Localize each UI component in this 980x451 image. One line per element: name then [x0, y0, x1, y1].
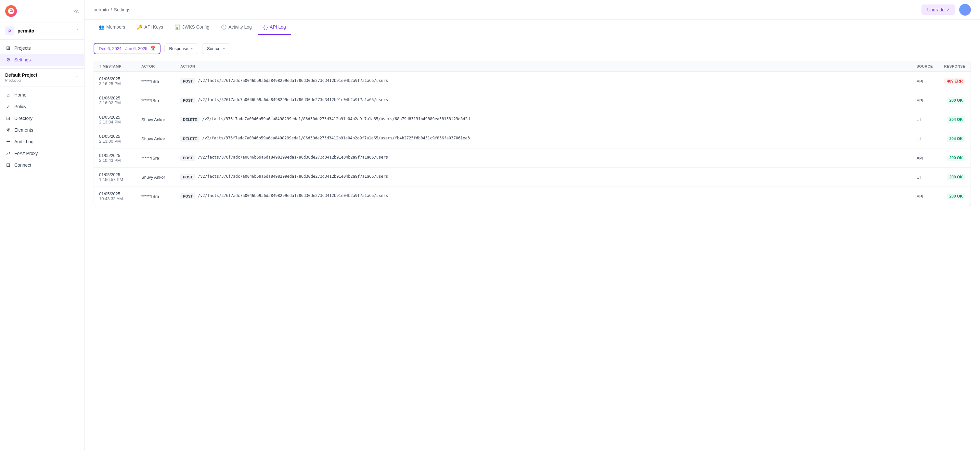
date-range-label: Dec 6, 2024 - Jan 6, 2025 — [99, 46, 148, 51]
table-header-row: TIMESTAMP ACTOR ACTION SOURCE RESPONSE — [94, 61, 970, 72]
table-row[interactable]: 01/05/2025 2:13:00 PM Shuvy Ankor DELETE… — [94, 129, 970, 148]
cell-action: DELETE /v2/facts/376f7adc7a0046b59a6da84… — [175, 129, 912, 148]
cell-action: POST /v2/facts/376f7adc7a0046b59a6da8498… — [175, 72, 912, 91]
cell-response: 200 OK — [938, 168, 970, 187]
table-row[interactable]: 01/05/2025 2:10:43 PM ******ISra POST /v… — [94, 148, 970, 168]
main-content: permito / Settings Upgrade ↗ 👥 Members 🔑… — [84, 0, 980, 451]
sidebar-item-directory[interactable]: ⊡ Directory — [0, 113, 84, 124]
table-row[interactable]: 01/05/2025 2:13:04 PM Shuvy Ankor DELETE… — [94, 110, 970, 129]
table-row[interactable]: 01/05/2025 12:56:57 PM Shuvy Ankor POST … — [94, 168, 970, 187]
response-badge: 200 OK — [947, 97, 966, 104]
sidebar-item-projects[interactable]: ⊞ Projects — [0, 42, 84, 54]
chevron-down-icon: ▼ — [190, 47, 193, 50]
cell-timestamp: 01/05/2025 10:43:32 AM — [94, 187, 136, 206]
sidebar-item-settings[interactable]: ⚙ Settings — [0, 54, 84, 66]
tab-api-log[interactable]: { } API Log — [258, 20, 291, 35]
response-badge: 204 OK — [947, 135, 966, 142]
cell-action: POST /v2/facts/376f7adc7a0046b59a6da8498… — [175, 91, 912, 110]
project-section: Default Project Production ⌃ — [0, 68, 84, 86]
project-selector[interactable]: Default Project Production ⌃ — [5, 73, 79, 82]
action-path: /v2/facts/376f7adc7a0046b59a6da8498299ed… — [202, 136, 470, 140]
calendar-icon: 📅 — [150, 46, 155, 51]
response-badge: 409 ERR — [944, 78, 966, 84]
api-log-table: TIMESTAMP ACTOR ACTION SOURCE RESPONSE 0… — [94, 61, 971, 206]
home-icon: ⌂ — [5, 92, 11, 98]
sidebar-item-policy[interactable]: ✓ Policy — [0, 101, 84, 113]
action-path: /v2/facts/376f7adc7a0046b59a6da8498299ed… — [202, 117, 470, 121]
col-source: SOURCE — [912, 61, 938, 72]
cell-source: UI — [912, 110, 938, 129]
directory-icon: ⊡ — [5, 115, 11, 121]
cell-response: 200 OK — [938, 148, 970, 168]
table-row[interactable]: 01/06/2025 3:16:02 PM ******ISra POST /v… — [94, 91, 970, 110]
cell-source: API — [912, 187, 938, 206]
cell-source: API — [912, 91, 938, 110]
sidebar-item-audit-log[interactable]: ☰ Audit Log — [0, 136, 84, 148]
proxy-icon: ⇄ — [5, 151, 11, 156]
jwks-icon: 📊 — [175, 24, 180, 30]
topbar: permito / Settings Upgrade ↗ — [84, 0, 980, 20]
method-badge: POST — [180, 97, 195, 103]
sidebar-item-elements[interactable]: ❋ Elements — [0, 124, 84, 136]
cell-source: API — [912, 148, 938, 168]
avatar[interactable] — [959, 4, 971, 16]
upgrade-button[interactable]: Upgrade ↗ — [921, 5, 955, 15]
tab-activity-log[interactable]: 🕐 Activity Log — [216, 20, 257, 35]
method-badge: POST — [180, 155, 195, 161]
cell-timestamp: 01/05/2025 12:56:57 PM — [94, 168, 136, 187]
sidebar-header: ≪ — [0, 0, 84, 22]
topbar-right: Upgrade ↗ — [921, 4, 971, 16]
cell-response: 200 OK — [938, 187, 970, 206]
action-path: /v2/facts/376f7adc7a0046b59a6da8498299ed… — [198, 174, 388, 179]
breadcrumb-parent[interactable]: permito — [94, 7, 109, 12]
tab-api-keys[interactable]: 🔑 API Keys — [132, 20, 168, 35]
cell-source: UI — [912, 168, 938, 187]
breadcrumb: permito / Settings — [94, 7, 130, 12]
activity-log-icon: 🕐 — [221, 24, 226, 30]
cell-action: DELETE /v2/facts/376f7adc7a0046b59a6da84… — [175, 110, 912, 129]
cell-timestamp: 01/05/2025 2:13:04 PM — [94, 110, 136, 129]
col-action: ACTION — [175, 61, 912, 72]
method-badge: POST — [180, 78, 195, 84]
method-badge: POST — [180, 193, 195, 199]
sidebar-item-home[interactable]: ⌂ Home — [0, 89, 84, 101]
cell-actor: Shuvy Ankor — [136, 129, 175, 148]
response-badge: 204 OK — [947, 116, 966, 123]
method-badge: POST — [180, 174, 195, 180]
chevron-down-icon: ▼ — [222, 47, 226, 50]
date-range-filter[interactable]: Dec 6, 2024 - Jan 6, 2025 📅 — [94, 43, 161, 54]
cell-actor: ******ISra — [136, 148, 175, 168]
source-filter[interactable]: Source ▼ — [202, 43, 231, 54]
cell-actor: ******ISra — [136, 187, 175, 206]
cell-source: API — [912, 72, 938, 91]
connect-icon: ⊟ — [5, 162, 11, 168]
sidebar-item-connect[interactable]: ⊟ Connect — [0, 159, 84, 171]
table-row[interactable]: 01/05/2025 10:43:32 AM ******ISra POST /… — [94, 187, 970, 206]
response-filter[interactable]: Response ▼ — [164, 43, 198, 54]
method-badge: DELETE — [180, 117, 199, 122]
app-logo — [5, 5, 17, 17]
response-badge: 200 OK — [947, 174, 966, 180]
table-row[interactable]: 01/06/2025 3:16:25 PM ******ISra POST /v… — [94, 72, 970, 91]
sidebar-item-foaz-proxy[interactable]: ⇄ FoAz Proxy — [0, 148, 84, 159]
response-badge: 200 OK — [947, 155, 966, 161]
api-log-icon: { } — [264, 24, 268, 30]
cell-source: UI — [912, 129, 938, 148]
cell-timestamp: 01/05/2025 2:13:00 PM — [94, 129, 136, 148]
breadcrumb-separator: / — [111, 7, 112, 12]
response-badge: 200 OK — [947, 193, 966, 200]
cell-timestamp: 01/05/2025 2:10:43 PM — [94, 148, 136, 168]
col-actor: ACTOR — [136, 61, 175, 72]
collapse-sidebar-button[interactable]: ≪ — [73, 8, 79, 14]
audit-icon: ☰ — [5, 139, 11, 145]
action-path: /v2/facts/376f7adc7a0046b59a6da8498299ed… — [198, 193, 388, 198]
workspace-selector[interactable]: P permito ⌃ — [0, 22, 84, 40]
cell-response: 204 OK — [938, 110, 970, 129]
api-keys-icon: 🔑 — [137, 24, 142, 30]
cell-action: POST /v2/facts/376f7adc7a0046b59a6da8498… — [175, 168, 912, 187]
cell-response: 409 ERR — [938, 72, 970, 91]
tab-members[interactable]: 👥 Members — [94, 20, 130, 35]
cell-actor: ******ISra — [136, 91, 175, 110]
cell-actor: ******ISra — [136, 72, 175, 91]
tab-jwks-config[interactable]: 📊 JWKS Config — [170, 20, 215, 35]
